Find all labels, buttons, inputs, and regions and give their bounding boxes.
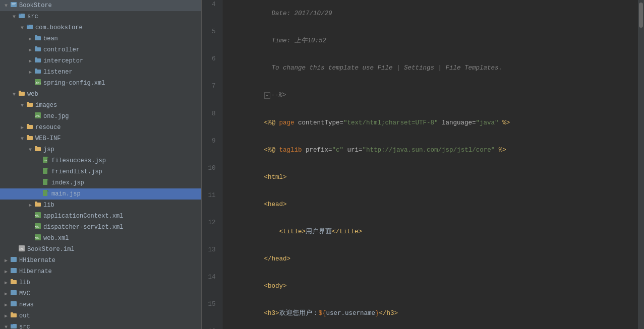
dispatcher-icon: XML	[34, 223, 41, 232]
tree-item-dispatcher[interactable]: XML dispatcher-servlet.xml	[0, 222, 201, 233]
file-tree[interactable]: BookStore src com.bookstore bean control…	[0, 0, 202, 329]
tree-item-hhibernate[interactable]: HHibernate	[0, 255, 201, 266]
tree-item-filesuccess[interactable]: JSP filesuccess.jsp	[0, 155, 201, 166]
svg-rect-53	[11, 301, 17, 306]
main-jsp-label: main.jsp	[51, 190, 81, 198]
out-icon	[10, 311, 17, 320]
tree-item-appcontext[interactable]: XML applicationContext.xml	[0, 211, 201, 222]
tag: %>	[499, 119, 510, 126]
tree-item-news[interactable]: news	[0, 299, 201, 310]
svg-rect-20	[27, 102, 29, 103]
line-code[interactable]: Time: 上午10:52	[222, 27, 638, 54]
arrow-web	[10, 92, 18, 97]
tree-item-out[interactable]: out	[0, 310, 201, 321]
listener-icon	[34, 68, 41, 77]
svg-text:XML: XML	[35, 226, 39, 229]
resouce-icon	[26, 123, 33, 132]
images-folder-icon	[26, 101, 33, 110]
svg-text:XML: XML	[35, 237, 39, 240]
src2-label: src	[19, 323, 30, 329]
tree-item-index-jsp[interactable]: index.jsp	[0, 177, 201, 188]
tag: <%@	[264, 147, 279, 154]
tree-item-interceptor[interactable]: interceptor	[0, 55, 201, 67]
line-code[interactable]: Date: 2017/10/29	[222, 0, 638, 27]
line-code[interactable]: <h3>欢迎您用户：${user.username}</h3>	[222, 300, 638, 327]
jsp-folder-icon	[34, 145, 41, 154]
dispatcher-label: dispatcher-servlet.xml	[43, 224, 123, 231]
tree-item-resouce[interactable]: resouce	[0, 122, 201, 133]
line-number: 6	[202, 54, 222, 82]
tree-item-webinf[interactable]: WEB-INF	[0, 133, 201, 144]
tree-item-com-bookstore[interactable]: com.bookstore	[0, 22, 201, 33]
friendlist-icon	[42, 167, 49, 176]
line-code[interactable]: <head>	[222, 191, 638, 218]
spring-config-label: spring-config.xml	[43, 80, 105, 87]
tag: <title>	[279, 228, 306, 235]
tree-item-spring-config[interactable]: XML spring-config.xml	[0, 78, 201, 89]
tree-item-bookstore-iml[interactable]: IML BookStore.iml	[0, 244, 201, 255]
tree-item-webxml[interactable]: XML web.xml	[0, 233, 201, 244]
bookstore-iml-label: BookStore.iml	[27, 246, 75, 253]
line-number: 14	[202, 273, 222, 300]
tree-item-friendlist[interactable]: friendlist.jsp	[0, 166, 201, 177]
editor-scrollbar[interactable]	[638, 0, 644, 329]
svg-rect-34	[43, 179, 47, 185]
tree-item-web[interactable]: web	[0, 89, 201, 100]
tree-item-images[interactable]: images	[0, 100, 201, 111]
web-label: web	[27, 91, 38, 98]
svg-rect-32	[43, 168, 47, 174]
tree-item-hibernate[interactable]: Hibernate	[0, 266, 201, 277]
line-code[interactable]: <html>	[222, 164, 638, 191]
line-code[interactable]: <%@ page contentType="text/html;charset=…	[222, 109, 638, 137]
tree-item-lib[interactable]: lib	[0, 200, 201, 211]
svg-marker-35	[47, 179, 49, 180]
attr: prefix=	[306, 147, 332, 154]
svg-rect-18	[19, 91, 21, 92]
line-number: 9	[202, 137, 222, 164]
arrow-resouce	[18, 124, 26, 130]
tree-item-src[interactable]: src	[0, 11, 201, 22]
lib2-icon	[10, 278, 17, 287]
tag: <h3>	[264, 310, 279, 317]
tree-item-jsp[interactable]: jsp	[0, 144, 201, 155]
out-label: out	[19, 312, 30, 319]
line-code[interactable]: <p>您已经登陆成功。</p>	[222, 327, 638, 329]
text: 用户界面	[306, 228, 332, 235]
jpg-icon: JPG	[34, 112, 41, 121]
tree-item-onejpg[interactable]: JPG one.jpg	[0, 111, 201, 122]
svg-rect-13	[35, 70, 41, 74]
tree-item-src2[interactable]: src	[0, 321, 201, 329]
el-expr: user.username	[326, 310, 376, 317]
tree-item-controller[interactable]: controller	[0, 44, 201, 55]
svg-text:IML: IML	[19, 248, 24, 251]
arrow-mvc	[2, 291, 10, 297]
text: 欢迎您用户：	[279, 310, 319, 317]
line-code[interactable]: </head>	[222, 245, 638, 273]
tag: </title>	[332, 228, 362, 235]
tree-item-bean[interactable]: bean	[0, 33, 201, 44]
tag: <html>	[264, 174, 287, 181]
tree-item-listener[interactable]: listener	[0, 67, 201, 78]
line-number: 16	[202, 327, 222, 329]
line-code[interactable]: To change this template use File | Setti…	[222, 54, 638, 82]
line-number: 7	[202, 82, 222, 109]
attr: uri=	[343, 147, 363, 154]
tree-item-main-jsp[interactable]: main.jsp	[0, 188, 201, 200]
tree-item-lib2[interactable]: lib	[0, 277, 201, 288]
line-code[interactable]: <title>用户界面</title>	[222, 218, 638, 245]
svg-marker-37	[47, 190, 49, 191]
bean-folder-icon	[34, 34, 41, 43]
tree-item-mvc[interactable]: MVC	[0, 288, 201, 299]
line-number: 11	[202, 191, 222, 218]
line-code[interactable]: <body>	[222, 273, 638, 300]
line-code[interactable]: ---%>	[222, 82, 638, 109]
svg-rect-19	[27, 103, 33, 107]
code-line-5: 5 Time: 上午10:52	[202, 27, 638, 54]
tree-item-bookstore[interactable]: BookStore	[0, 0, 201, 11]
code-editor[interactable]: 4 Date: 2017/10/29 5 Time: 上午10:52 6 To …	[202, 0, 638, 329]
filesuccess-label: filesuccess.jsp	[51, 157, 106, 164]
code-content: 4 Date: 2017/10/29 5 Time: 上午10:52 6 To …	[202, 0, 638, 329]
fold-marker: -	[264, 92, 270, 99]
scrollbar-thumb[interactable]	[639, 3, 643, 28]
line-code[interactable]: <%@ taglib prefix="c" uri="http://java.s…	[222, 137, 638, 164]
